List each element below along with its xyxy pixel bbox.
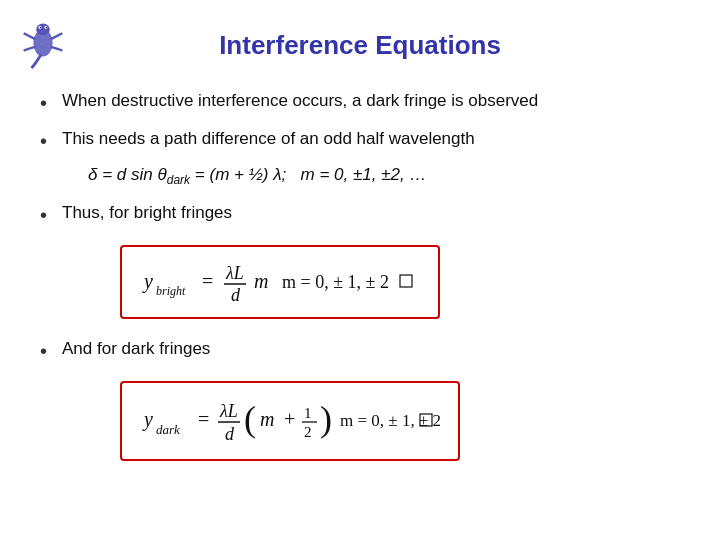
bullet-text-2: This needs a path difference of an odd h… [62,127,680,151]
logo [14,12,72,70]
svg-text:bright: bright [156,284,186,298]
svg-text:2: 2 [304,424,312,440]
eq-part1: = d sin θdark [102,165,190,184]
bullet-text-4: And for dark fringes [62,337,680,361]
svg-text:1: 1 [304,405,312,421]
svg-text:dark: dark [156,422,180,437]
svg-point-1 [36,24,50,36]
svg-text:=: = [202,270,213,292]
bullet-text-3: Thus, for bright fringes [62,201,680,225]
formula-bright-box: y bright = λL d m m = 0, ± 1, ± 2 [120,245,440,319]
svg-text:λL: λL [225,263,244,283]
svg-text:=: = [198,408,209,430]
svg-text:m: m [260,408,274,430]
bullet-dot-1: • [40,89,62,117]
svg-text:): ) [320,399,332,439]
page: Interference Equations • When destructiv… [0,0,720,540]
delta-symbol: δ [88,165,97,184]
svg-rect-17 [400,275,412,287]
eq-part2: = (m + ½) λ; m = 0, ±1, ±2, … [195,165,427,184]
equation1: δ = d sin θdark = (m + ½) λ; m = 0, ±1, … [88,165,680,187]
svg-text:y: y [142,270,153,293]
bullet-dot-4: • [40,337,62,365]
bullet-item-3: • Thus, for bright fringes [40,201,680,229]
bullet-item-4: • And for dark fringes [40,337,680,365]
bullet-item-1: • When destructive interference occurs, … [40,89,680,117]
svg-point-8 [44,41,47,44]
svg-text:+: + [284,408,295,430]
formula-bright-svg: y bright = λL d m m = 0, ± 1, ± 2 [140,255,420,309]
svg-text:λL: λL [219,401,238,421]
formula-dark-box: y dark = λL d ( m + 1 2 ) m = 0, ± 1, ± … [120,381,460,461]
svg-point-6 [41,35,45,39]
svg-text:d: d [225,424,235,444]
bullet-dot-3: • [40,201,62,229]
svg-point-4 [40,27,42,29]
svg-text:y: y [142,408,153,431]
bullet-item-2: • This needs a path difference of an odd… [40,127,680,155]
bullet-text-1: When destructive interference occurs, a … [62,89,680,113]
svg-point-7 [40,42,43,45]
svg-text:m: m [254,270,268,292]
svg-text:m = 0, ± 1, ± 2: m = 0, ± 1, ± 2 [282,272,389,292]
svg-point-5 [46,27,48,29]
bullet-dot-2: • [40,127,62,155]
svg-text:(: ( [244,399,256,439]
page-title: Interference Equations [40,20,680,61]
svg-text:d: d [231,285,241,305]
formula-dark-svg: y dark = λL d ( m + 1 2 ) m = 0, ± 1, ± … [140,391,440,451]
